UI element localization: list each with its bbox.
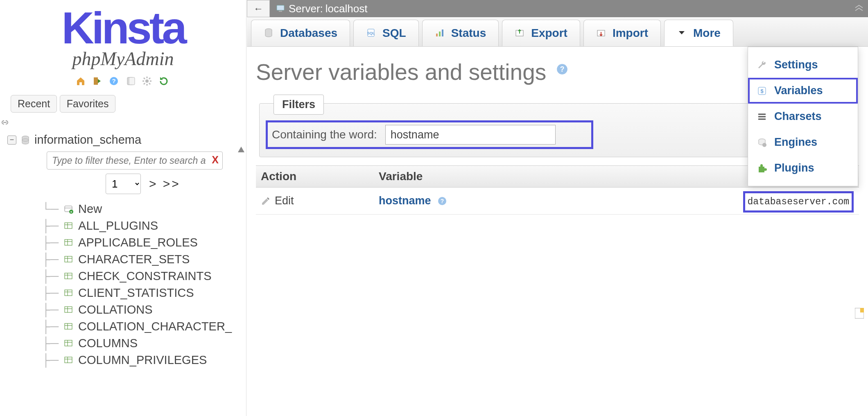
col-action: Action xyxy=(256,170,379,183)
breadcrumb-bar: ← Server: localhost xyxy=(247,0,868,17)
logout-icon[interactable] xyxy=(93,76,104,87)
dd-engines[interactable]: Engines xyxy=(748,129,858,155)
svg-rect-32 xyxy=(65,290,72,296)
svg-rect-20 xyxy=(65,223,72,228)
help-icon[interactable]: ? xyxy=(556,63,568,75)
table-name: COLUMNS xyxy=(78,337,138,350)
tree-collapse-icon[interactable]: − xyxy=(7,136,16,145)
tab-import[interactable]: Import xyxy=(583,20,661,46)
wrench-icon xyxy=(757,60,767,70)
table-row[interactable]: ├─ CLIENT_STATISTICS xyxy=(42,285,242,301)
table-icon xyxy=(63,339,73,348)
table-row[interactable]: ├─ CHARACTER_SETS xyxy=(42,251,242,268)
export-icon xyxy=(515,28,525,38)
dd-label: Plugins xyxy=(774,162,814,174)
logo-block: Kinsta phpMyAdmin xyxy=(0,0,246,73)
filters-row-highlight: Containing the word: xyxy=(268,122,591,147)
table-row[interactable]: ├─ COLUMNS xyxy=(42,335,242,352)
help-icon[interactable]: ? xyxy=(437,196,447,206)
breadcrumb-server[interactable]: localhost xyxy=(326,2,368,15)
tree-filter-input[interactable] xyxy=(47,151,223,170)
svg-line-11 xyxy=(149,83,150,84)
table-name: COLLATION_CHARACTER_ xyxy=(78,320,232,333)
edit-button[interactable]: Edit xyxy=(261,194,379,207)
svg-line-10 xyxy=(144,78,145,79)
table-name: ALL_PLUGINS xyxy=(78,219,158,233)
svg-line-13 xyxy=(149,78,150,79)
table-name: CHECK_CONSTRAINTS xyxy=(78,269,212,283)
filters-legend: Filters xyxy=(274,95,324,115)
edit-label: Edit xyxy=(275,194,294,207)
tab-more[interactable]: More xyxy=(664,20,733,46)
svg-rect-0 xyxy=(94,77,98,85)
new-table-item[interactable]: └─ + New xyxy=(42,201,242,217)
favorites-button[interactable]: Favorites xyxy=(60,95,116,113)
tab-export[interactable]: Export xyxy=(502,20,580,46)
tab-databases[interactable]: Databases xyxy=(251,20,350,46)
table-row[interactable]: ├─ COLUMN_PRIVILEGES xyxy=(42,352,242,369)
sidebar-quick-icons: ? xyxy=(0,73,246,93)
more-dropdown: Settings $ Variables Charsets Engines Pl… xyxy=(748,47,858,186)
recent-button[interactable]: Recent xyxy=(11,95,57,113)
db-name: information_schema xyxy=(34,133,141,147)
collapse-panel-icon[interactable] xyxy=(854,4,864,14)
table-icon xyxy=(63,255,73,265)
back-button[interactable]: ← xyxy=(247,0,270,17)
table-row[interactable]: ├─ APPLICABLE_ROLES xyxy=(42,234,242,251)
sidebar: Kinsta phpMyAdmin ? Recent Favorites xyxy=(0,0,246,416)
dd-plugins[interactable]: Plugins xyxy=(748,155,858,181)
tab-bar: Databases SQL SQL Status Export Import xyxy=(247,17,868,47)
reload-icon[interactable] xyxy=(159,76,170,87)
home-icon[interactable] xyxy=(76,76,87,87)
puzzle-icon xyxy=(757,163,767,173)
tab-label: Databases xyxy=(280,27,337,40)
variable-name[interactable]: hostname xyxy=(379,194,431,207)
help-icon[interactable]: ? xyxy=(109,76,120,87)
db-root-item[interactable]: − information_schema xyxy=(7,131,242,148)
containing-label: Containing the word: xyxy=(272,128,377,141)
table-row[interactable]: ├─ CHECK_CONSTRAINTS xyxy=(42,268,242,285)
svg-text:+: + xyxy=(70,210,72,214)
sql-icon: SQL xyxy=(366,28,377,38)
svg-rect-29 xyxy=(65,273,72,279)
table-row[interactable]: ├─ COLLATION_CHARACTER_ xyxy=(42,318,242,335)
table-row[interactable]: ├─ ALL_PLUGINS xyxy=(42,217,242,234)
charsets-icon xyxy=(757,112,767,122)
new-table-icon: + xyxy=(63,204,73,214)
page-select[interactable]: 1 xyxy=(106,174,141,194)
bookmark-icon[interactable] xyxy=(855,308,864,319)
tab-sql[interactable]: SQL SQL xyxy=(353,20,419,46)
tab-label: SQL xyxy=(382,27,406,40)
sql-query-icon[interactable] xyxy=(126,76,137,87)
database-icon xyxy=(264,28,274,38)
scroll-up-icon[interactable] xyxy=(238,147,244,152)
svg-rect-41 xyxy=(65,340,72,346)
dd-charsets[interactable]: Charsets xyxy=(748,104,858,129)
status-icon xyxy=(435,28,445,38)
svg-line-12 xyxy=(144,83,145,84)
dd-label: Variables xyxy=(774,84,823,97)
page-next-links[interactable]: > >> xyxy=(149,177,181,191)
link-icon[interactable] xyxy=(0,118,230,127)
svg-rect-35 xyxy=(65,307,72,312)
table-icon xyxy=(63,322,73,332)
dd-settings[interactable]: Settings xyxy=(748,52,858,78)
svg-rect-26 xyxy=(65,256,72,262)
svg-rect-47 xyxy=(277,5,284,10)
dd-variables[interactable]: $ Variables xyxy=(748,78,858,104)
table-icon xyxy=(63,271,73,281)
tab-label: More xyxy=(693,27,721,40)
pencil-icon xyxy=(261,196,271,206)
clear-filter-icon[interactable]: X xyxy=(212,154,219,166)
svg-rect-44 xyxy=(65,357,72,363)
tree-pagination: 1 > >> xyxy=(106,174,242,194)
gear-icon[interactable] xyxy=(142,76,154,87)
recent-favorites-row: Recent Favorites xyxy=(0,93,246,115)
tab-status[interactable]: Status xyxy=(422,20,499,46)
table-name: CHARACTER_SETS xyxy=(78,253,190,266)
containing-input[interactable] xyxy=(385,125,556,145)
table-row[interactable]: ├─ COLLATIONS xyxy=(42,301,242,318)
svg-point-63 xyxy=(762,143,766,147)
table-icon xyxy=(63,288,73,298)
breadcrumb-prefix: Server: xyxy=(289,2,323,15)
